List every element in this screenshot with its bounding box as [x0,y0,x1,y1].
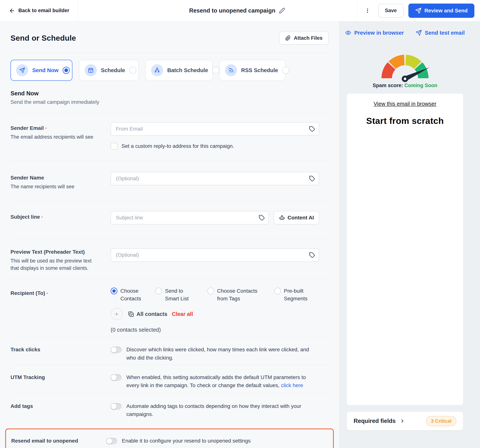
radio-contacts-from-tags[interactable] [207,288,214,294]
subject-labels: Subject line* [10,211,111,220]
sender-email-field-wrap [111,122,319,136]
required-asterisk: * [42,216,42,219]
preview-text-row: Preview Text (Preheader Text) This will … [10,239,329,279]
tag-icon[interactable] [309,176,315,182]
add-tags-labels: Add tags [10,402,111,409]
option-card-batch-schedule[interactable]: Batch Schedule [146,60,213,81]
sender-email-input[interactable] [111,122,319,136]
radio-batch-schedule[interactable] [212,67,219,74]
divider [10,53,329,53]
recipient-option-label: Choose Contacts from Tags [217,287,262,303]
email-preview-card: View this email in browser Start from sc… [347,94,463,405]
top-bar: Back to email builder Resend to unopened… [0,0,480,21]
radio-rss-schedule[interactable] [282,67,289,74]
back-to-email-builder-button[interactable]: Back to email builder [0,0,78,21]
resend-unopened-highlight-box: Resend email to unopened Enable it to co… [5,428,334,448]
back-arrow-icon [9,8,15,14]
spam-gauge [374,47,436,82]
sender-name-input[interactable] [111,172,319,185]
view-email-in-browser-link[interactable]: View this email in browser [374,101,437,107]
spam-score-line: Spam score: Coming Soon [347,83,463,89]
preview-actions: Preview in browser Send test email [347,21,463,36]
required-asterisk: * [45,127,46,131]
utm-tracking-row: UTM Tracking When enabled, this setting … [10,365,329,394]
attach-files-label: Attach Files [294,35,323,41]
field-sublabel: The name recipients will see [10,183,99,190]
preview-in-browser-link[interactable]: Preview in browser [345,30,404,36]
campaign-title: Resend to unopened campaign [189,7,275,14]
sender-email-row: Sender Email* The email address recipien… [10,114,329,161]
attach-files-button[interactable]: Attach Files [279,31,329,45]
radio-smart-list[interactable] [155,288,162,294]
field-sublabel: The email address recipients will see [10,133,99,140]
field-sublabel: This will be used as the preview text th… [10,257,99,272]
required-fields-card[interactable]: Required fields 3 Critical [347,412,463,430]
subject-input[interactable] [111,211,269,224]
recipient-option-choose-contacts[interactable]: Choose Contacts [111,287,143,303]
copy-check-icon [127,311,134,317]
recipient-option-smart-list[interactable]: Send to Smart List [155,287,195,303]
option-label: Send Now [32,67,58,73]
custom-reply-to-checkbox-row[interactable]: Set a custom reply-to address for this c… [111,143,319,161]
contacts-selected-count: (0 contacts selected) [111,327,319,333]
add-tags-toggle[interactable] [111,403,121,410]
send-test-label: Send test email [425,30,465,36]
spam-score-gauge-block: Spam score: Coming Soon [347,47,463,89]
recipient-option-segments[interactable]: Pre-built Segments [274,287,308,303]
track-clicks-toggle[interactable] [111,347,121,353]
sender-name-row: Sender Name The name recipients will see [10,161,329,201]
critical-count-badge: 3 Critical [426,416,456,426]
tag-icon[interactable] [309,126,315,132]
recipient-option-label: Pre-built Segments [284,287,308,303]
all-contacts-label: All contacts [136,311,167,317]
tag-icon[interactable] [259,215,265,221]
email-preview-heading: Start from scratch [347,116,463,126]
add-contacts-button[interactable] [111,308,123,320]
track-clicks-row: Track clicks Discover which links were c… [10,338,329,365]
tag-icon[interactable] [309,252,315,258]
field-label: Add tags [10,403,33,409]
recipient-labels: Recipient (To)* [10,287,111,296]
radio-send-now[interactable] [63,67,70,74]
plus-icon [114,311,119,317]
rss-icon [225,64,237,76]
field-label: Resend email to unopened [11,438,78,444]
edit-pencil-icon[interactable] [279,7,285,14]
click-here-link[interactable]: click here [281,382,303,388]
add-tags-description: Automate adding tags to contacts dependi… [126,402,319,418]
calendar-icon: 1 [85,64,97,76]
recipient-options: Choose Contacts Send to Smart List Choos… [111,287,319,303]
save-button[interactable]: Save [378,4,403,18]
option-label: RSS Schedule [241,67,278,73]
kebab-menu-icon[interactable] [357,8,378,14]
option-card-send-now[interactable]: Send Now [10,60,72,81]
content-ai-button[interactable]: Content AI [274,211,319,224]
robot-icon [279,215,285,221]
preview-text-input[interactable] [111,248,319,262]
send-icon [415,7,422,14]
radio-schedule[interactable] [129,67,136,74]
svg-text:1: 1 [90,70,91,72]
field-label: Subject line [10,214,40,220]
resend-unopened-toggle[interactable] [106,438,117,444]
page-head: Send or Schedule Attach Files [10,21,329,45]
all-contacts-chip[interactable]: All contacts [127,311,167,317]
resend-unopened-row: Resend email to unopened Enable it to co… [11,437,328,445]
clear-all-button[interactable]: Clear all [172,311,193,317]
top-bar-actions: Save Review and Send [357,0,480,21]
paperclip-icon [285,35,291,41]
contacts-chips-row: All contacts Clear all [111,308,319,320]
subject-row: Subject line* Content AI [10,202,329,238]
send-test-email-link[interactable]: Send test email [416,30,465,36]
recipient-option-tags[interactable]: Choose Contacts from Tags [207,287,262,303]
track-clicks-description: Discover which links were clicked, how m… [126,345,319,362]
send-mode-options: Send Now 1 Schedule Batch Schedule [10,60,329,81]
reply-to-checkbox[interactable] [111,143,117,150]
radio-choose-contacts[interactable] [111,288,117,294]
content-ai-label: Content AI [288,215,314,221]
option-card-rss-schedule[interactable]: RSS Schedule [219,60,285,81]
option-card-schedule[interactable]: 1 Schedule [79,60,139,81]
review-and-send-button[interactable]: Review and Send [408,4,474,18]
utm-tracking-toggle[interactable] [111,374,121,381]
radio-prebuilt-segments[interactable] [274,288,281,294]
